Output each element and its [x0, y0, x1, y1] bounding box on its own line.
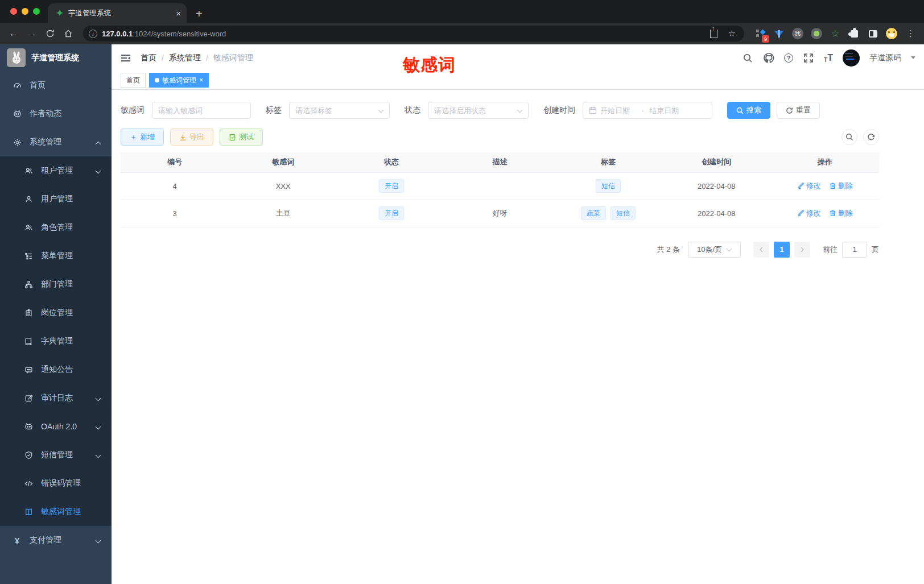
sidebar-item-label: 首页 [30, 80, 101, 90]
sidebar-item-通知公告[interactable]: 通知公告 [0, 355, 112, 384]
breadcrumb-section[interactable]: 系统管理 [169, 53, 201, 63]
github-icon[interactable] [763, 52, 774, 64]
edit-link[interactable]: 修改 [797, 181, 821, 191]
profile-avatar-icon[interactable] [885, 27, 898, 40]
delete-link[interactable]: 删除 [829, 208, 853, 218]
dict-icon [24, 337, 33, 346]
sidebar: 芋道管理系统 首页作者动态系统管理租户管理用户管理角色管理菜单管理部门管理岗位管… [0, 44, 112, 584]
font-size-icon[interactable]: TT [824, 53, 833, 63]
sidebar-item-OAuth-2.0[interactable]: OAuth 2.0 [0, 412, 112, 441]
gear-icon [13, 138, 22, 147]
end-date-input[interactable] [649, 106, 684, 115]
audit-log-icon [24, 394, 33, 403]
sidebar-item-短信管理[interactable]: 短信管理 [0, 441, 112, 469]
edit-link[interactable]: 修改 [797, 208, 821, 218]
search-icon[interactable] [742, 52, 753, 64]
sidebar-item-错误码管理[interactable]: 错误码管理 [0, 469, 112, 498]
sidebar-item-label: 作者动态 [30, 109, 101, 119]
sidebar-item-角色管理[interactable]: 角色管理 [0, 213, 112, 242]
extension-command-icon[interactable]: ⌘ [791, 27, 805, 40]
tab-close-icon[interactable]: × [176, 9, 181, 18]
extension-grid-icon[interactable]: 9 [753, 27, 767, 40]
table-row: 3土豆开启好呀蔬菜短信2022-04-08修改删除 [121, 200, 879, 227]
page-size-select[interactable]: 10条/页 [688, 242, 741, 258]
refresh-button[interactable] [863, 129, 879, 145]
close-tag-icon[interactable]: × [199, 76, 203, 84]
sidebar-item-租户管理[interactable]: 租户管理 [0, 156, 112, 185]
status-badge: 开启 [379, 206, 404, 220]
help-icon[interactable]: ? [784, 53, 793, 63]
column-header: 状态 [337, 152, 446, 172]
tag-badge: 蔬菜 [581, 206, 606, 220]
bookmark-star-icon[interactable]: ☆ [725, 28, 739, 39]
prev-page-button[interactable] [753, 242, 769, 258]
start-date-input[interactable] [600, 106, 636, 115]
user-avatar[interactable] [843, 49, 860, 67]
sidebar-item-岗位管理[interactable]: 岗位管理 [0, 299, 112, 327]
reload-icon[interactable] [42, 26, 58, 42]
site-info-icon[interactable]: i [89, 30, 97, 38]
back-icon[interactable]: ← [6, 26, 22, 42]
toggle-search-button[interactable] [842, 129, 857, 145]
tag-select[interactable] [289, 102, 390, 119]
sidebar-item-部门管理[interactable]: 部门管理 [0, 270, 112, 299]
test-button[interactable]: 测试 [220, 129, 263, 146]
cell-actions: 修改删除 [771, 200, 879, 227]
browser-menu-icon[interactable]: ⋮ [903, 28, 918, 39]
extensions-puzzle-icon[interactable] [847, 27, 861, 40]
sidebar-item-系统管理[interactable]: 系统管理 [0, 128, 112, 156]
view-tag-首页[interactable]: 首页 [121, 73, 146, 88]
column-header: 编号 [121, 152, 229, 172]
breadcrumb-home[interactable]: 首页 [141, 53, 156, 63]
cell-word: XXX [229, 172, 337, 200]
share-icon[interactable] [710, 30, 717, 38]
sidebar-item-用户管理[interactable]: 用户管理 [0, 185, 112, 213]
home-icon[interactable] [60, 26, 76, 42]
url-bar[interactable]: i 127.0.0.1:1024/system/sensitive-word ☆ [83, 26, 744, 42]
delete-link[interactable]: 删除 [829, 181, 853, 191]
date-range-picker[interactable]: - [583, 102, 712, 119]
reset-button[interactable]: 重置 [777, 102, 820, 119]
tag-select-input[interactable] [295, 106, 375, 115]
chevron-down-icon [517, 108, 522, 113]
cell-description: 好呀 [446, 200, 554, 227]
sidebar-item-字典管理[interactable]: 字典管理 [0, 327, 112, 355]
next-page-button[interactable] [794, 242, 810, 258]
extension-record-icon[interactable] [810, 27, 823, 40]
side-panel-icon[interactable] [866, 27, 880, 40]
table-header-row: 编号敏感词状态描述标签创建时间操作 [121, 152, 879, 172]
new-tab-button[interactable]: + [196, 7, 203, 20]
sidebar-item-审计日志[interactable]: 审计日志 [0, 384, 112, 412]
forward-icon[interactable]: → [24, 26, 40, 42]
user-menu-caret-icon[interactable] [911, 56, 915, 59]
sidebar-item-label: 通知公告 [41, 365, 101, 375]
window-minimize-button[interactable] [22, 8, 28, 15]
sidebar-item-作者动态[interactable]: 作者动态 [0, 100, 112, 128]
browser-tab[interactable]: 芋道管理系统 × [48, 3, 187, 23]
search-button[interactable]: 搜索 [727, 102, 770, 119]
sidebar-item-支付管理[interactable]: ¥支付管理 [0, 526, 112, 554]
sidebar-toggle-icon[interactable] [120, 52, 131, 64]
view-tag-敏感词管理[interactable]: 敏感词管理× [149, 73, 209, 88]
oauth-icon [24, 423, 33, 431]
extension-funnel-icon[interactable] [772, 27, 786, 40]
status-select[interactable] [428, 102, 529, 119]
keyword-input-wrap [152, 102, 251, 119]
window-zoom-button[interactable] [33, 8, 40, 15]
window-close-button[interactable] [10, 8, 17, 15]
sidebar-item-label: 岗位管理 [41, 308, 101, 318]
extension-star-icon[interactable]: ☆ [828, 27, 842, 40]
column-header: 敏感词 [229, 152, 337, 172]
navbar-actions: ? TT 芋道源码 [742, 49, 915, 67]
status-select-input[interactable] [434, 106, 514, 115]
current-page-button[interactable]: 1 [774, 242, 790, 258]
sidebar-item-敏感词管理[interactable]: 敏感词管理 [0, 498, 112, 526]
sidebar-item-首页[interactable]: 首页 [0, 71, 112, 100]
goto-page-input[interactable] [842, 242, 867, 258]
add-button[interactable]: ＋新增 [121, 129, 164, 146]
keyword-input[interactable] [158, 106, 245, 115]
tag-label: 标签 [266, 105, 282, 115]
export-button[interactable]: 导出 [170, 129, 213, 146]
fullscreen-icon[interactable] [803, 52, 814, 64]
sidebar-item-菜单管理[interactable]: 菜单管理 [0, 242, 112, 270]
